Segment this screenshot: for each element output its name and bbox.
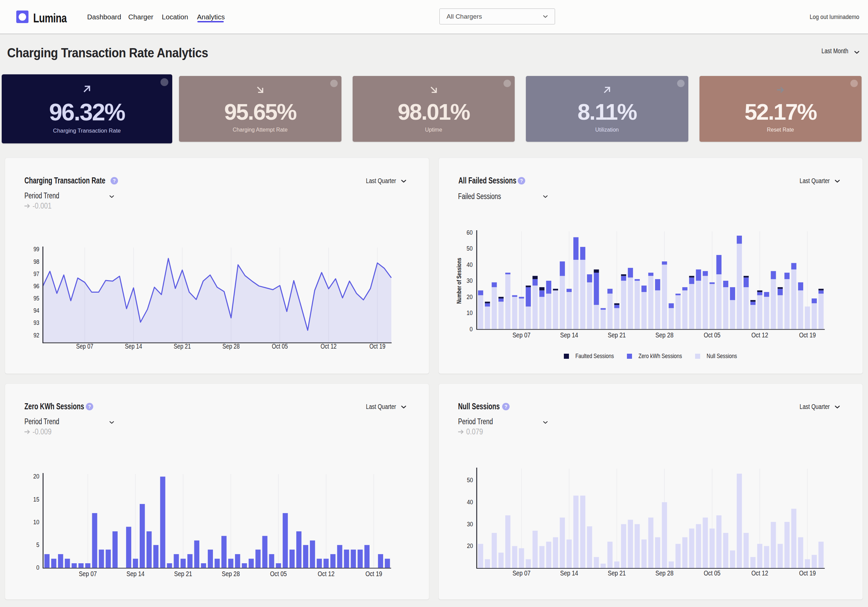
svg-text:92: 92 bbox=[34, 331, 39, 339]
svg-text:10: 10 bbox=[467, 309, 473, 317]
svg-text:Sep 14: Sep 14 bbox=[125, 343, 142, 350]
svg-text:Sep 07: Sep 07 bbox=[512, 569, 530, 577]
svg-text:30: 30 bbox=[467, 277, 473, 284]
svg-text:Oct 19: Oct 19 bbox=[366, 570, 382, 578]
svg-text:Oct 05: Oct 05 bbox=[272, 343, 288, 350]
svg-text:Oct 19: Oct 19 bbox=[799, 331, 816, 339]
svg-text:99: 99 bbox=[34, 245, 39, 253]
svg-text:Oct 05: Oct 05 bbox=[704, 331, 721, 339]
svg-text:15: 15 bbox=[33, 496, 39, 503]
svg-text:Sep 28: Sep 28 bbox=[222, 343, 240, 350]
svg-text:0: 0 bbox=[36, 564, 39, 571]
svg-text:40: 40 bbox=[467, 261, 473, 269]
svg-text:5: 5 bbox=[36, 541, 39, 549]
svg-text:95: 95 bbox=[34, 295, 39, 302]
svg-text:94: 94 bbox=[34, 307, 40, 314]
svg-text:97: 97 bbox=[34, 270, 39, 277]
svg-text:98: 98 bbox=[34, 258, 39, 265]
svg-text:Oct 12: Oct 12 bbox=[751, 569, 768, 577]
svg-text:Sep 07: Sep 07 bbox=[512, 331, 530, 339]
svg-text:Sep 21: Sep 21 bbox=[174, 343, 191, 350]
svg-text:Sep 21: Sep 21 bbox=[174, 570, 192, 578]
svg-text:20: 20 bbox=[467, 542, 473, 550]
svg-text:Oct 19: Oct 19 bbox=[799, 569, 816, 577]
svg-text:Sep 21: Sep 21 bbox=[608, 331, 626, 339]
svg-text:20: 20 bbox=[33, 473, 39, 480]
svg-text:50: 50 bbox=[467, 477, 473, 484]
svg-text:Sep 07: Sep 07 bbox=[76, 343, 94, 350]
svg-text:93: 93 bbox=[34, 319, 39, 326]
svg-text:Sep 28: Sep 28 bbox=[222, 570, 240, 578]
svg-text:20: 20 bbox=[467, 293, 473, 301]
svg-text:10: 10 bbox=[33, 519, 39, 526]
svg-text:Oct 05: Oct 05 bbox=[704, 569, 721, 577]
svg-text:Oct 19: Oct 19 bbox=[369, 343, 385, 350]
svg-text:96: 96 bbox=[34, 282, 39, 290]
svg-text:Sep 07: Sep 07 bbox=[79, 570, 97, 578]
svg-text:Sep 28: Sep 28 bbox=[656, 569, 673, 577]
svg-text:Sep 14: Sep 14 bbox=[127, 570, 145, 578]
svg-text:0: 0 bbox=[470, 326, 473, 333]
svg-text:Sep 14: Sep 14 bbox=[560, 331, 578, 339]
svg-text:Oct 12: Oct 12 bbox=[318, 570, 334, 578]
svg-text:40: 40 bbox=[467, 498, 473, 506]
svg-text:50: 50 bbox=[467, 245, 473, 252]
svg-text:Sep 28: Sep 28 bbox=[656, 331, 673, 339]
svg-text:Sep 14: Sep 14 bbox=[560, 569, 578, 577]
svg-text:Oct 12: Oct 12 bbox=[321, 343, 337, 350]
svg-text:60: 60 bbox=[467, 229, 473, 236]
svg-text:Oct 05: Oct 05 bbox=[270, 570, 287, 578]
svg-text:Number of Sessions: Number of Sessions bbox=[456, 258, 462, 304]
svg-text:30: 30 bbox=[467, 520, 473, 528]
svg-text:Sep 21: Sep 21 bbox=[608, 569, 626, 577]
svg-text:Oct 12: Oct 12 bbox=[751, 331, 768, 339]
